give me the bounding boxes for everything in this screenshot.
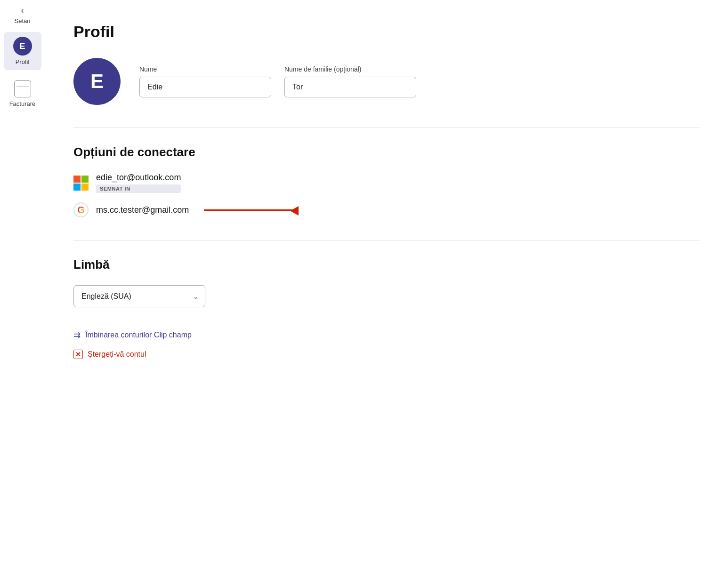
first-name-input[interactable] bbox=[139, 77, 271, 97]
sidebar-profile-avatar: E bbox=[13, 37, 32, 56]
google-connect-item: G ms.cc.tester@gmail.com bbox=[73, 202, 700, 217]
profile-avatar-large: E bbox=[73, 58, 121, 105]
microsoft-email: edie_tor@outlook.com bbox=[96, 173, 181, 183]
language-select[interactable]: Engleză (SUA) Română Franceză Germană bbox=[73, 285, 205, 307]
sidebar-item-profile[interactable]: E Profil bbox=[4, 32, 41, 70]
merge-accounts-link[interactable]: ⇉ Îmbinarea conturilor Clip champ bbox=[73, 330, 700, 340]
ms-icon-red bbox=[73, 176, 81, 183]
connection-options-title: Opțiuni de conectare bbox=[73, 145, 700, 160]
billing-icon bbox=[14, 80, 31, 97]
ms-icon-green bbox=[81, 176, 89, 183]
back-label: Setări bbox=[15, 17, 31, 24]
connect-list: edie_tor@outlook.com SEMNAT IN G ms.cc.t… bbox=[73, 173, 700, 217]
google-icon: G bbox=[73, 202, 89, 217]
back-arrow-icon: ‹ bbox=[21, 6, 24, 16]
language-title: Limbă bbox=[73, 257, 700, 272]
last-name-input[interactable] bbox=[284, 77, 416, 97]
divider-2 bbox=[73, 240, 700, 240]
links-section: ⇉ Îmbinarea conturilor Clip champ ✕ Șter… bbox=[73, 330, 700, 359]
first-name-group: Nume bbox=[139, 65, 271, 97]
back-button[interactable]: ‹ Setări bbox=[15, 6, 31, 24]
last-name-group: Nume de familie (opțional) bbox=[284, 65, 416, 97]
merge-icon: ⇉ bbox=[73, 330, 81, 340]
delete-icon: ✕ bbox=[73, 350, 83, 359]
last-name-label: Nume de familie (opțional) bbox=[284, 65, 416, 73]
sidebar-profile-label: Profil bbox=[16, 58, 30, 65]
microsoft-icon bbox=[73, 176, 89, 191]
delete-account-link[interactable]: ✕ Ștergeți-vă contul bbox=[73, 350, 700, 359]
merge-accounts-label[interactable]: Îmbinarea conturilor Clip champ bbox=[85, 331, 192, 339]
first-name-label: Nume bbox=[139, 65, 271, 73]
microsoft-badge: SEMNAT IN bbox=[96, 184, 181, 193]
main-content: Profil E Nume Nume de familie (opțional)… bbox=[45, 0, 728, 576]
profile-top-section: E Nume Nume de familie (opțional) bbox=[73, 58, 700, 105]
divider-1 bbox=[73, 128, 700, 128]
microsoft-connect-info: edie_tor@outlook.com SEMNAT IN bbox=[96, 173, 181, 193]
page-title: Profil bbox=[73, 23, 700, 41]
language-section: Limbă Engleză (SUA) Română Franceză Germ… bbox=[73, 257, 700, 307]
sidebar-item-billing[interactable]: Facturare bbox=[4, 76, 41, 112]
microsoft-connect-item: edie_tor@outlook.com SEMNAT IN bbox=[73, 173, 700, 193]
delete-account-label[interactable]: Ștergeți-vă contul bbox=[88, 350, 146, 359]
google-email: ms.cc.tester@gmail.com bbox=[96, 205, 189, 215]
sidebar: ‹ Setări E Profil Facturare bbox=[0, 0, 45, 576]
google-letter: G bbox=[77, 205, 85, 216]
red-arrow-icon bbox=[204, 209, 298, 211]
connection-options-section: Opțiuni de conectare edie_tor@outlook.co… bbox=[73, 145, 700, 217]
x-icon: ✕ bbox=[75, 351, 81, 358]
arrow-indicator bbox=[204, 209, 298, 211]
language-select-wrapper: Engleză (SUA) Română Franceză Germană ⌄ bbox=[73, 285, 205, 307]
sidebar-billing-label: Facturare bbox=[9, 100, 36, 107]
ms-icon-blue bbox=[73, 184, 81, 191]
ms-icon-yellow bbox=[81, 184, 89, 191]
profile-fields: Nume Nume de familie (opțional) bbox=[139, 65, 700, 97]
